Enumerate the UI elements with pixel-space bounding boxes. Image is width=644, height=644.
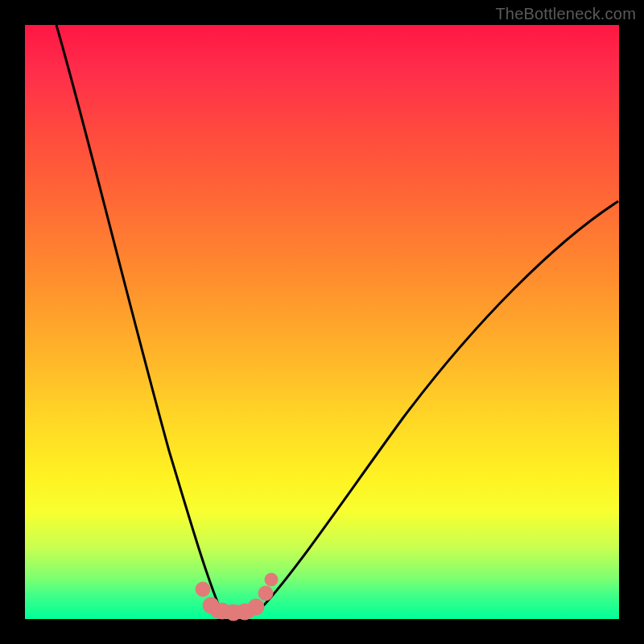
svg-point-0 — [196, 582, 210, 597]
chart-svg — [0, 0, 644, 644]
trough-markers — [196, 573, 278, 621]
chart-frame: TheBottleneck.com — [0, 0, 644, 644]
svg-point-7 — [265, 573, 278, 586]
curve-left — [56, 25, 221, 612]
watermark-text: TheBottleneck.com — [495, 5, 636, 23]
svg-rect-8 — [211, 605, 255, 618]
svg-point-6 — [258, 586, 273, 601]
curve-right — [258, 201, 618, 612]
